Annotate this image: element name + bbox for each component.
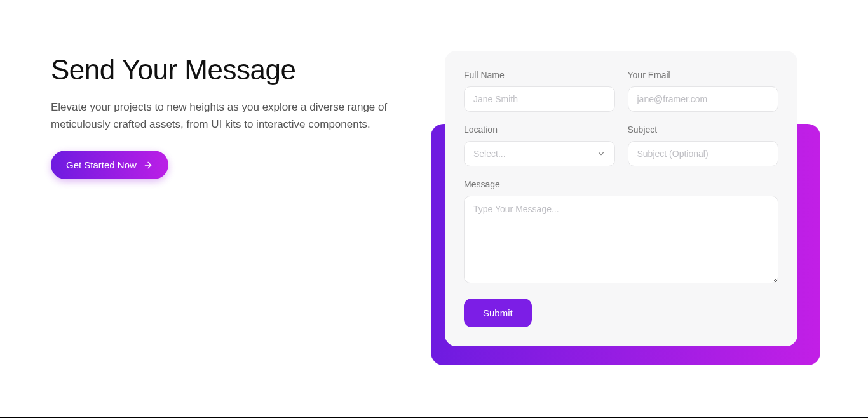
message-label: Message <box>464 179 778 189</box>
email-input[interactable] <box>628 86 779 112</box>
location-select-value: Select... <box>473 149 506 159</box>
location-field-group: Location Select... <box>464 125 615 166</box>
full-name-input[interactable] <box>464 86 615 112</box>
subject-input[interactable] <box>628 141 779 166</box>
full-name-label: Full Name <box>464 70 615 80</box>
email-field-group: Your Email <box>628 70 779 112</box>
arrow-right-icon <box>143 160 153 170</box>
page-title: Send Your Message <box>51 55 407 85</box>
get-started-button[interactable]: Get Started Now <box>51 151 168 179</box>
location-label: Location <box>464 125 615 135</box>
subject-label: Subject <box>628 125 779 135</box>
full-name-field-group: Full Name <box>464 70 615 112</box>
chevron-down-icon <box>597 149 606 158</box>
cta-label: Get Started Now <box>66 159 137 170</box>
message-field-group: Message <box>464 179 778 283</box>
message-textarea[interactable] <box>464 196 778 283</box>
page-description: Elevate your projects to new heights as … <box>51 99 397 133</box>
contact-form: Full Name Your Email Location Select... <box>445 51 797 346</box>
hero-section: Send Your Message Elevate your projects … <box>51 51 407 346</box>
location-select[interactable]: Select... <box>464 141 615 166</box>
submit-button[interactable]: Submit <box>464 299 532 327</box>
subject-field-group: Subject <box>628 125 779 166</box>
email-label: Your Email <box>628 70 779 80</box>
